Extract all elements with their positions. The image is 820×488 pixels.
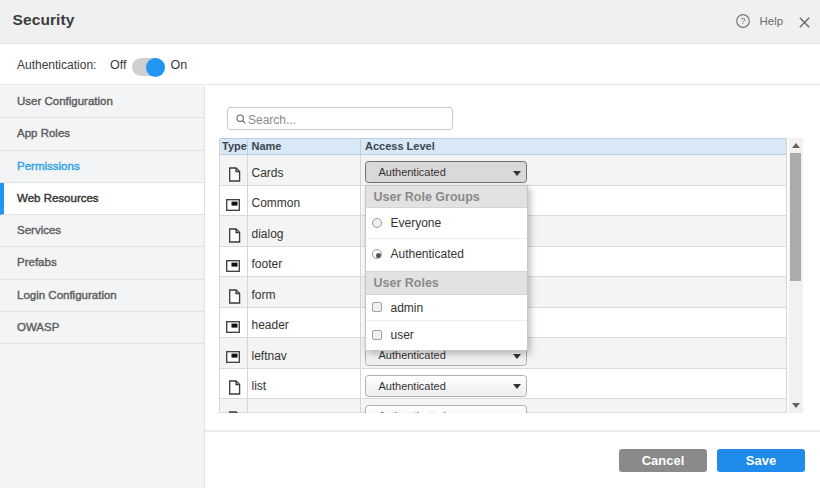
svg-text:?: ? (740, 15, 745, 26)
